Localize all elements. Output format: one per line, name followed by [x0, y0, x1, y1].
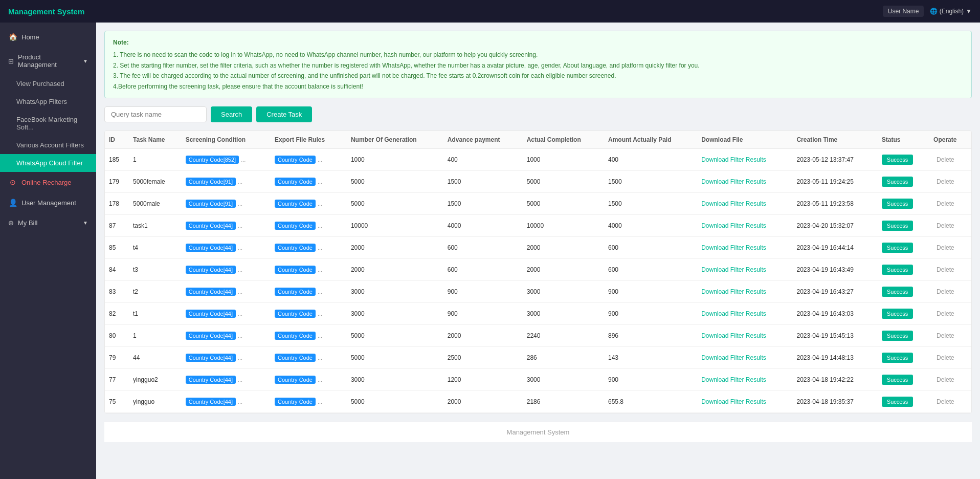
- cell-operate: Delete: [929, 258, 971, 280]
- cell-download[interactable]: Download Filter Results: [697, 280, 792, 302]
- my-bill-label: My Bill: [18, 219, 37, 227]
- delete-button[interactable]: Delete: [933, 330, 957, 341]
- cell-id: 77: [105, 368, 129, 390]
- cell-download[interactable]: Download Filter Results: [697, 324, 792, 346]
- cell-download[interactable]: Download Filter Results: [697, 170, 792, 192]
- export-tag: Country Code: [275, 156, 316, 164]
- cell-id: 75: [105, 390, 129, 412]
- cell-export: Country Code ...: [271, 302, 347, 324]
- online-recharge-label: Online Recharge: [21, 179, 72, 186]
- download-link[interactable]: Download Filter Results: [701, 398, 766, 405]
- cell-id: 185: [105, 148, 129, 170]
- note-line-2: 2. Set the starting filter number, set t…: [113, 60, 963, 71]
- delete-button[interactable]: Delete: [933, 242, 957, 253]
- sidebar-item-my-bill[interactable]: ⊕ My Bill ▼: [0, 213, 96, 233]
- status-badge: Success: [882, 221, 914, 231]
- cell-creation-time: 2023-04-18 19:42:22: [792, 368, 877, 390]
- delete-button[interactable]: Delete: [933, 154, 957, 165]
- cell-advance: 1500: [443, 192, 523, 214]
- delete-button[interactable]: Delete: [933, 308, 957, 319]
- cell-download[interactable]: Download Filter Results: [697, 148, 792, 170]
- col-status: Status: [878, 131, 929, 149]
- sidebar-item-user-management[interactable]: 👤 User Management: [0, 192, 96, 213]
- table-row: 185 1 Country Code[852] ... Country Code…: [105, 148, 971, 170]
- lang-selector[interactable]: 🌐 (English) ▼: [930, 8, 972, 15]
- sidebar-item-view-purchased[interactable]: View Purchased: [0, 75, 96, 93]
- user-info[interactable]: User Name: [883, 6, 924, 17]
- table-row: 83 t2 Country Code[44] ... Country Code …: [105, 280, 971, 302]
- col-creation-time: Creation Time: [792, 131, 877, 149]
- screening-tag: Country Code[44]: [186, 376, 236, 384]
- search-input[interactable]: [104, 106, 207, 122]
- cell-task-name: yingguo2: [129, 368, 182, 390]
- cell-status: Success: [878, 258, 929, 280]
- export-tag: Country Code: [275, 266, 316, 274]
- cell-operate: Delete: [929, 170, 971, 192]
- download-link[interactable]: Download Filter Results: [701, 156, 766, 163]
- cell-screening: Country Code[44] ...: [182, 368, 271, 390]
- cell-actual-completion: 2000: [523, 258, 604, 280]
- cell-task-name: 1: [129, 324, 182, 346]
- cell-advance: 2000: [443, 390, 523, 412]
- sidebar-item-various-account-filters[interactable]: Various Account Filters: [0, 136, 96, 154]
- sidebar-group-product-management[interactable]: ⊞ Product Management ▼: [0, 47, 96, 75]
- sidebar-item-whatsapp-cloud-filter[interactable]: WhatsApp Cloud Filter: [0, 154, 96, 172]
- download-link[interactable]: Download Filter Results: [701, 244, 766, 251]
- delete-button[interactable]: Delete: [933, 352, 957, 363]
- delete-button[interactable]: Delete: [933, 220, 957, 231]
- cell-download[interactable]: Download Filter Results: [697, 368, 792, 390]
- cell-id: 82: [105, 302, 129, 324]
- various-account-filters-label: Various Account Filters: [16, 141, 84, 149]
- lang-label: 🌐 (English): [930, 8, 964, 15]
- delete-button[interactable]: Delete: [933, 198, 957, 209]
- cell-download[interactable]: Download Filter Results: [697, 346, 792, 368]
- download-link[interactable]: Download Filter Results: [701, 178, 766, 185]
- sidebar-item-facebook-marketing[interactable]: FaceBook Marketing Soft...: [0, 111, 96, 136]
- col-generation: Number Of Generation: [347, 131, 443, 149]
- data-table: ID Task Name Screening Condition Export …: [105, 131, 971, 413]
- cell-operate: Delete: [929, 214, 971, 236]
- delete-button[interactable]: Delete: [933, 286, 957, 297]
- search-button[interactable]: Search: [211, 106, 252, 122]
- table-row: 87 task1 Country Code[44] ... Country Co…: [105, 214, 971, 236]
- cell-actual-completion: 3000: [523, 302, 604, 324]
- download-link[interactable]: Download Filter Results: [701, 266, 766, 273]
- delete-button[interactable]: Delete: [933, 264, 957, 275]
- cell-creation-time: 2023-04-20 15:32:07: [792, 214, 877, 236]
- cell-download[interactable]: Download Filter Results: [697, 390, 792, 412]
- cell-screening: Country Code[44] ...: [182, 258, 271, 280]
- recharge-icon: ⊙: [8, 178, 17, 186]
- cell-operate: Delete: [929, 302, 971, 324]
- cell-creation-time: 2023-05-12 13:37:47: [792, 148, 877, 170]
- screening-more: ...: [238, 289, 242, 295]
- export-tag: Country Code: [275, 222, 316, 230]
- sidebar-item-whatsapp-filters[interactable]: WhatsApp Filters: [0, 93, 96, 111]
- download-link[interactable]: Download Filter Results: [701, 222, 766, 229]
- download-link[interactable]: Download Filter Results: [701, 354, 766, 361]
- download-link[interactable]: Download Filter Results: [701, 332, 766, 339]
- cell-generation: 5000: [347, 192, 443, 214]
- screening-more: ...: [238, 201, 242, 207]
- delete-button[interactable]: Delete: [933, 176, 957, 187]
- cell-download[interactable]: Download Filter Results: [697, 214, 792, 236]
- download-link[interactable]: Download Filter Results: [701, 376, 766, 383]
- sidebar-item-home[interactable]: 🏠 Home: [0, 27, 96, 47]
- sidebar-home-label: Home: [21, 33, 39, 41]
- cell-download[interactable]: Download Filter Results: [697, 258, 792, 280]
- download-link[interactable]: Download Filter Results: [701, 310, 766, 317]
- cell-download[interactable]: Download Filter Results: [697, 236, 792, 258]
- delete-button[interactable]: Delete: [933, 396, 957, 407]
- download-link[interactable]: Download Filter Results: [701, 288, 766, 295]
- table-row: 82 t1 Country Code[44] ... Country Code …: [105, 302, 971, 324]
- create-task-button[interactable]: Create Task: [256, 106, 312, 122]
- cell-task-name: t4: [129, 236, 182, 258]
- cell-download[interactable]: Download Filter Results: [697, 192, 792, 214]
- delete-button[interactable]: Delete: [933, 374, 957, 385]
- sidebar-item-online-recharge[interactable]: ⊙ Online Recharge: [0, 172, 96, 192]
- cell-download[interactable]: Download Filter Results: [697, 302, 792, 324]
- cell-task-name: t1: [129, 302, 182, 324]
- status-badge: Success: [882, 287, 914, 297]
- table-row: 85 t4 Country Code[44] ... Country Code …: [105, 236, 971, 258]
- download-link[interactable]: Download Filter Results: [701, 200, 766, 207]
- cell-generation: 2000: [347, 236, 443, 258]
